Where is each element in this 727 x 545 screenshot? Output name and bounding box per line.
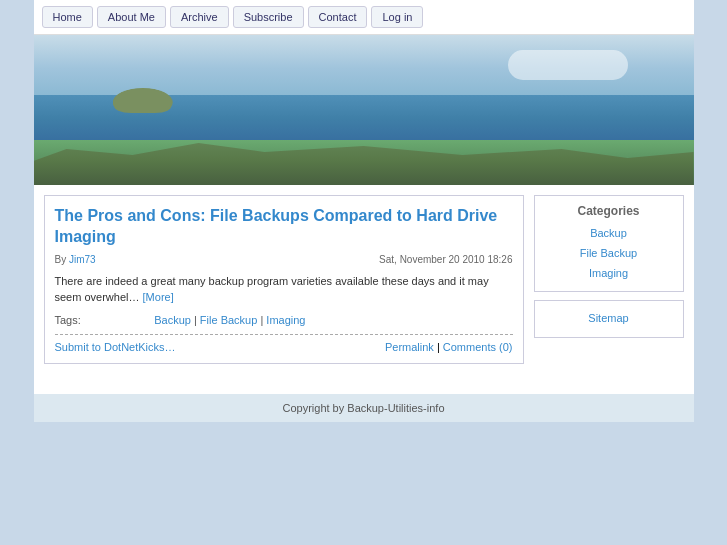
categories-title: Categories: [543, 204, 675, 218]
article-meta: By Jim73 Sat, November 20 2010 18:26: [55, 254, 513, 265]
hero-image: [34, 35, 694, 185]
article-footer: Submit to DotNetKicks… Permalink | Comme…: [55, 341, 513, 353]
nav-login[interactable]: Log in: [371, 6, 423, 28]
tag-imaging[interactable]: Imaging: [266, 314, 305, 326]
article-more-link[interactable]: [More]: [143, 291, 174, 303]
page-wrapper: HomeAbout MeArchiveSubscribeContactLog i…: [34, 0, 694, 422]
article-title[interactable]: The Pros and Cons: File Backups Compared…: [55, 206, 513, 248]
article-author-label: By Jim73: [55, 254, 96, 265]
hero-cloud: [508, 50, 628, 80]
article-tags: Tags: Backup | File Backup | Imaging: [55, 314, 513, 326]
footer-text: Copyright by Backup-Utilities-info: [282, 402, 444, 414]
tag-file-backup[interactable]: File Backup: [200, 314, 257, 326]
tag-spacer: [84, 314, 151, 326]
main-content: The Pros and Cons: File Backups Compared…: [34, 185, 694, 384]
sidebar: Categories Backup File Backup Imaging Si…: [534, 195, 684, 374]
nav-home[interactable]: Home: [42, 6, 93, 28]
permalink-link[interactable]: Permalink: [385, 341, 434, 353]
categories-box: Categories Backup File Backup Imaging: [534, 195, 684, 292]
nav-about[interactable]: About Me: [97, 6, 166, 28]
tags-label: Tags:: [55, 314, 81, 326]
sitemap-box: Sitemap: [534, 300, 684, 338]
footer: Copyright by Backup-Utilities-info: [34, 394, 694, 422]
article-author-link[interactable]: Jim73: [69, 254, 96, 265]
comments-link[interactable]: Comments (0): [443, 341, 513, 353]
category-backup[interactable]: Backup: [543, 224, 675, 244]
nav-bar: HomeAbout MeArchiveSubscribeContactLog i…: [34, 0, 694, 35]
article-body-text: There are indeed a great many backup pro…: [55, 275, 489, 304]
permalink-comments: Permalink | Comments (0): [385, 341, 513, 353]
tag-backup[interactable]: Backup: [154, 314, 191, 326]
submit-dotnetkicks-link[interactable]: Submit to DotNetKicks…: [55, 341, 176, 353]
article-body: There are indeed a great many backup pro…: [55, 273, 513, 306]
article-date: Sat, November 20 2010 18:26: [379, 254, 512, 265]
category-file-backup[interactable]: File Backup: [543, 244, 675, 264]
category-imaging[interactable]: Imaging: [543, 264, 675, 284]
sitemap-link[interactable]: Sitemap: [543, 309, 675, 329]
nav-subscribe[interactable]: Subscribe: [233, 6, 304, 28]
content-area: The Pros and Cons: File Backups Compared…: [44, 195, 534, 374]
nav-contact[interactable]: Contact: [308, 6, 368, 28]
article: The Pros and Cons: File Backups Compared…: [44, 195, 524, 364]
nav-archive[interactable]: Archive: [170, 6, 229, 28]
article-divider: [55, 334, 513, 335]
